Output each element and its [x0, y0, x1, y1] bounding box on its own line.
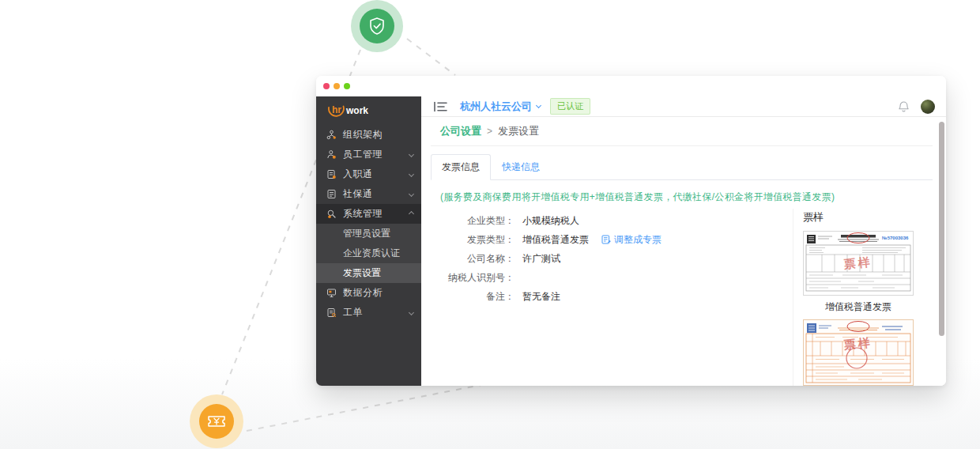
- chevron-up-icon: [409, 211, 414, 217]
- sidebar-subitem-enterprise-qualification[interactable]: 企业资质认证: [316, 243, 421, 263]
- invoice-sample-image-1: №57003036 票样: [803, 231, 914, 296]
- company-name: 杭州人社云公司: [460, 100, 532, 114]
- onboarding-icon: [326, 169, 337, 179]
- certified-badge: 已认证: [550, 98, 590, 115]
- sidebar-subitem-invoice-settings[interactable]: 发票设置: [316, 263, 421, 283]
- employee-icon: [326, 149, 337, 160]
- sidebar-item-label: 社保通: [343, 187, 373, 201]
- data-analysis-icon: [326, 288, 337, 298]
- sample-caption: 增值税普通发票: [803, 300, 914, 314]
- form-row-invoice-type: 发票类型： 增值税普通发票 调整成专票: [431, 230, 793, 249]
- adjust-to-special-invoice-link[interactable]: 调整成专票: [601, 233, 662, 247]
- invoice-number: №57003036: [882, 236, 909, 240]
- sidebar-item-work-order[interactable]: 工单: [316, 303, 421, 323]
- menu-fold-icon[interactable]: [434, 101, 447, 112]
- org-chart-icon: [326, 130, 337, 140]
- sidebar-item-label: 数据分析: [343, 286, 383, 300]
- sidebar-item-label: 工单: [343, 306, 363, 319]
- document-edit-icon: [601, 235, 611, 244]
- social-insurance-icon: [326, 189, 337, 199]
- chevron-down-icon: [409, 191, 414, 197]
- vertical-scrollbar[interactable]: [939, 122, 944, 336]
- tab-express-info[interactable]: 快递信息: [491, 154, 551, 180]
- sidebar-item-label: 员工管理: [343, 148, 383, 161]
- field-value: 暂无备注: [522, 290, 560, 304]
- tab-invoice-info[interactable]: 发票信息: [431, 154, 491, 180]
- sidebar-submenu-system: 管理员设置 企业资质认证 发票设置: [316, 224, 421, 283]
- chevron-down-icon: [409, 310, 414, 315]
- system-icon: [326, 209, 337, 219]
- field-label: 纳税人识别号：: [431, 271, 514, 285]
- traffic-light-close[interactable]: [323, 83, 330, 89]
- field-label: 备注：: [431, 290, 514, 304]
- logo-work: work: [345, 105, 368, 116]
- sidebar-subitem-label: 企业资质认证: [343, 247, 400, 260]
- form-row-taxpayer-id: 纳税人识别号：: [431, 268, 793, 287]
- company-selector[interactable]: 杭州人社云公司: [460, 100, 541, 114]
- sample-title: 票样: [803, 210, 933, 224]
- logo-hr: hr: [332, 104, 341, 115]
- page: hr work 组织架构: [0, 0, 980, 449]
- form-row-enterprise-type: 企业类型： 小规模纳税人: [431, 211, 793, 230]
- yuan-ticket-icon: [206, 413, 227, 430]
- content-topbar: 杭州人社云公司 已认证: [421, 96, 946, 117]
- sidebar-item-system-mgmt[interactable]: 系统管理: [316, 204, 421, 224]
- sidebar-subitem-admin-settings[interactable]: 管理员设置: [316, 224, 421, 243]
- content-scroll-area: 公司设置 > 发票设置 发票信息 快递信息 (服务费及商保费用将开增值税专用+增…: [421, 117, 946, 386]
- invoice-sample-image-2: 票样: [803, 319, 914, 386]
- traffic-light-minimize[interactable]: [334, 83, 340, 89]
- sidebar-item-social-insurance[interactable]: 社保通: [316, 184, 421, 204]
- chevron-down-icon: [409, 172, 414, 177]
- chevron-down-icon: [409, 152, 414, 157]
- app-window: hr work 组织架构: [316, 76, 946, 386]
- field-label: 企业类型：: [431, 214, 514, 228]
- invoice-info-body: 企业类型： 小规模纳税人 发票类型： 增值税普通发票: [431, 209, 933, 386]
- user-avatar[interactable]: [921, 100, 935, 114]
- sidebar-subitem-label: 发票设置: [343, 266, 381, 280]
- field-label: 发票类型：: [431, 233, 514, 247]
- sidebar-item-data-analysis[interactable]: 数据分析: [316, 283, 421, 303]
- decor-ticket-badge: [190, 394, 243, 448]
- decor-shield-badge: [351, 0, 403, 52]
- sidebar-subitem-label: 管理员设置: [343, 227, 390, 240]
- sidebar-item-org-structure[interactable]: 组织架构: [316, 125, 421, 145]
- field-value: 增值税普通发票: [522, 233, 589, 247]
- sidebar: hr work 组织架构: [316, 96, 421, 386]
- sidebar-item-label: 系统管理: [343, 207, 383, 221]
- breadcrumb-separator: >: [487, 126, 492, 137]
- invoice-sample-panel: 票样 №57003036: [793, 209, 933, 386]
- breadcrumb-company-settings[interactable]: 公司设置: [440, 124, 481, 138]
- invoice-form: 企业类型： 小规模纳税人 发票类型： 增值税普通发票: [431, 209, 793, 306]
- chevron-down-icon: [536, 103, 541, 108]
- work-order-icon: [326, 308, 337, 318]
- sidebar-item-label: 入职通: [343, 168, 373, 181]
- breadcrumb-invoice-settings: 发票设置: [498, 124, 539, 138]
- bell-icon[interactable]: [898, 100, 910, 113]
- traffic-light-maximize[interactable]: [344, 83, 350, 89]
- shield-check-icon: [368, 17, 386, 36]
- field-value: 许广测试: [522, 252, 560, 266]
- field-label: 公司名称：: [431, 252, 514, 266]
- tab-bar: 发票信息 快递信息: [431, 154, 933, 180]
- decor-shield-badge-inner: [360, 9, 394, 43]
- window-titlebar: [316, 76, 946, 96]
- form-row-remark: 备注： 暂无备注: [431, 287, 793, 306]
- decor-ticket-badge-inner: [199, 404, 234, 439]
- field-value: 小规模纳税人: [522, 214, 579, 228]
- sidebar-item-label: 组织架构: [343, 128, 383, 141]
- form-row-company-name: 公司名称： 许广测试: [431, 249, 793, 268]
- adjust-link-label: 调整成专票: [614, 233, 662, 247]
- sidebar-item-onboarding[interactable]: 入职通: [316, 164, 421, 184]
- breadcrumb: 公司设置 > 发票设置: [431, 117, 933, 146]
- sidebar-item-employee-mgmt[interactable]: 员工管理: [316, 145, 421, 164]
- main-content: 杭州人社云公司 已认证 公司设置 >: [421, 96, 946, 386]
- invoice-notice: (服务费及商保费用将开增值税专用+增值税普通发票，代缴社保/公积金将开增值税普通…: [440, 191, 933, 204]
- app-logo: hr work: [316, 96, 421, 125]
